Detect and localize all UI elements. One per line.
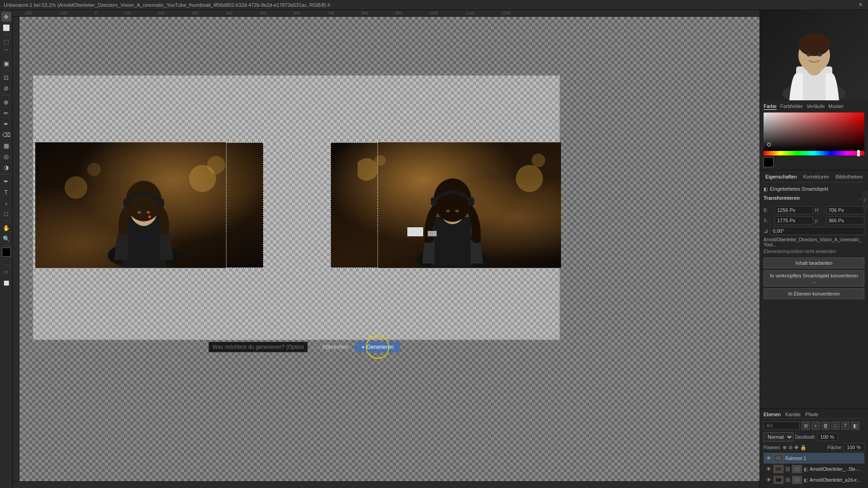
- hand-tool[interactable]: ✋: [1, 223, 11, 233]
- tab-kanaele[interactable]: Kanäle: [785, 412, 801, 417]
- position-row: X: 1775 Px y: 366 Px: [764, 216, 864, 225]
- svg-rect-22: [431, 197, 437, 206]
- y-label: y:: [815, 218, 824, 223]
- tab-verlaeufe[interactable]: Verläufe: [807, 103, 825, 110]
- ebenen-panel: Ebenen Kanäle Pfade ⊞ + 🗑 □ T ◧ Normal D…: [760, 408, 868, 488]
- flache-input[interactable]: [844, 443, 864, 451]
- pen-tool[interactable]: ✒: [1, 176, 11, 186]
- tool-separator-6: [2, 245, 10, 246]
- layer-item-2[interactable]: 👁 ⛓ ◧ ArnoldOberleiter_a2d-e17873a531ac: [764, 474, 864, 485]
- x-value[interactable]: 1775 Px: [774, 216, 813, 225]
- svg-point-7: [126, 181, 162, 221]
- transform-header: Transformieren ↺: [764, 195, 864, 203]
- svg-point-15: [375, 155, 386, 166]
- thumb-content-2: [775, 478, 782, 482]
- blur-tool[interactable]: ◎: [1, 151, 11, 161]
- tab-muster[interactable]: Muster: [828, 103, 844, 110]
- type-tool[interactable]: T: [1, 187, 11, 197]
- shape-tool[interactable]: □: [1, 209, 11, 219]
- h-value[interactable]: 706 Px: [826, 206, 865, 214]
- layer-eye-1[interactable]: 👁: [765, 466, 772, 472]
- lasso-tool[interactable]: ⌒: [1, 47, 11, 57]
- inhalt-bearbeiten-btn[interactable]: Inhalt bearbeiten: [764, 258, 864, 268]
- ebenen-tabs: Ebenen Kanäle Pfade: [764, 412, 864, 419]
- blend-mode-select[interactable]: Normal: [764, 432, 793, 441]
- healing-tool[interactable]: ⊕: [1, 97, 11, 107]
- layer-filter-icon[interactable]: ⊞: [802, 422, 810, 430]
- x-label: X:: [764, 218, 773, 223]
- cancel-button[interactable]: Abbrechen: [319, 342, 352, 352]
- tab-bibliotheken[interactable]: Bibliotheken: [834, 173, 864, 180]
- generative-fill-input[interactable]: [208, 342, 308, 352]
- angle-value[interactable]: 0,00°: [770, 227, 864, 235]
- close-button[interactable]: ✕: [857, 2, 864, 8]
- device-rect-2: [428, 231, 437, 236]
- fix-pos-icon[interactable]: ⊕: [783, 445, 787, 450]
- tool-separator-3: [2, 95, 10, 95]
- layer-item-rahmen[interactable]: 👁 Rahmen 1: [764, 453, 864, 464]
- canvas-wrapper[interactable]: ··· Abbrechen Generieren: [19, 17, 760, 481]
- layer-name-1: ArnoldOberleiter_...f3e-76586d30679: [810, 467, 863, 472]
- crop-tool[interactable]: ⊡: [1, 72, 11, 82]
- layer-new-icon[interactable]: +: [811, 422, 820, 430]
- layer-item-1[interactable]: 👁 ⛓ ◧ ArnoldOberleiter_...f3e-76586d3067…: [764, 464, 864, 474]
- y-value[interactable]: 366 Px: [826, 216, 865, 225]
- dodge-tool[interactable]: ◑: [1, 162, 11, 172]
- generate-button[interactable]: Generieren: [355, 342, 400, 352]
- fix-lock-icon[interactable]: 🔒: [800, 445, 807, 450]
- layer-eye-rahmen[interactable]: 👁: [765, 455, 772, 461]
- convert-smartobj-btn[interactable]: In verknüpftes Smartobjekt konvertieren …: [764, 270, 864, 286]
- layer-type-icon[interactable]: T: [841, 422, 849, 430]
- color-gradient-picker[interactable]: [764, 113, 864, 151]
- b-value[interactable]: 1256 Px: [774, 206, 813, 214]
- width-row: B: 1256 Px H: 706 Px: [764, 206, 864, 214]
- eraser-tool[interactable]: ⌫: [1, 130, 11, 140]
- quickmask-tool[interactable]: ⬭: [1, 267, 11, 277]
- fill-options-dots[interactable]: ···: [311, 343, 316, 351]
- fix-pixel-icon[interactable]: ⊘: [788, 445, 793, 450]
- tab-korrekturen[interactable]: Korrekturen: [802, 173, 831, 180]
- eyedropper-tool[interactable]: ⊘: [1, 83, 11, 93]
- path-tool[interactable]: ⬦: [1, 198, 11, 208]
- ebene-link[interactable]: Ebenenkomposition nicht anwenden: [764, 249, 864, 254]
- artboard-tool[interactable]: ⬜: [1, 23, 11, 33]
- svg-point-12: [358, 158, 378, 181]
- angle-icon: ⊿: [764, 228, 768, 234]
- move-tool[interactable]: ✥: [1, 12, 11, 22]
- tab-eigenschaften[interactable]: Eigenschaften: [764, 173, 799, 180]
- layer-thumb-rahmen: [774, 454, 783, 462]
- thumb-content-1b: [794, 467, 800, 471]
- tool-separator-5: [2, 221, 10, 221]
- deckkraft-input[interactable]: [817, 433, 838, 441]
- brush-tool[interactable]: ✏: [1, 108, 11, 118]
- generate-btn-wrapper: Generieren: [355, 342, 400, 352]
- fixieren-row: Fixieren: ⊕ ⊘ ✥ 🔒 Fläche:: [764, 443, 864, 451]
- screenmode-tool[interactable]: ⬜: [1, 278, 11, 288]
- clone-tool[interactable]: ✒: [1, 119, 11, 129]
- foreground-color[interactable]: [2, 248, 11, 257]
- layer-del-icon[interactable]: 🗑: [821, 422, 830, 430]
- tab-farbe[interactable]: Farbe: [764, 103, 777, 110]
- ebenen-convert-btn[interactable]: In Ebenen konvertieren: [764, 288, 864, 299]
- zoom-tool[interactable]: 🔍: [1, 234, 11, 244]
- svg-point-13: [516, 165, 543, 192]
- gradient-tool[interactable]: ▦: [1, 141, 11, 150]
- color-swatch[interactable]: [764, 157, 774, 167]
- svg-point-20: [446, 210, 450, 212]
- mode-opacity-row: Normal Deckkraft:: [764, 432, 864, 441]
- svg-point-2: [87, 163, 101, 176]
- tab-ebenen[interactable]: Ebenen: [764, 412, 781, 417]
- layer-mask-icon[interactable]: ◧: [851, 422, 859, 430]
- fix-move-icon[interactable]: ✥: [794, 445, 798, 450]
- hue-slider[interactable]: [764, 151, 864, 155]
- tab-pfade[interactable]: Pfade: [805, 412, 818, 417]
- layer-group-icon[interactable]: □: [831, 422, 840, 430]
- svg-point-3: [65, 176, 87, 199]
- marquee-tool[interactable]: ⬚: [1, 37, 11, 47]
- layer-search[interactable]: [764, 422, 800, 430]
- layer-link-1: ⛓: [785, 466, 790, 472]
- panel-collapse-btn[interactable]: ‹: [861, 191, 868, 209]
- tab-farbfelder[interactable]: Farbfelder: [780, 103, 803, 110]
- object-select-tool[interactable]: ▣: [1, 58, 11, 68]
- layer-eye-2[interactable]: 👁: [765, 477, 772, 483]
